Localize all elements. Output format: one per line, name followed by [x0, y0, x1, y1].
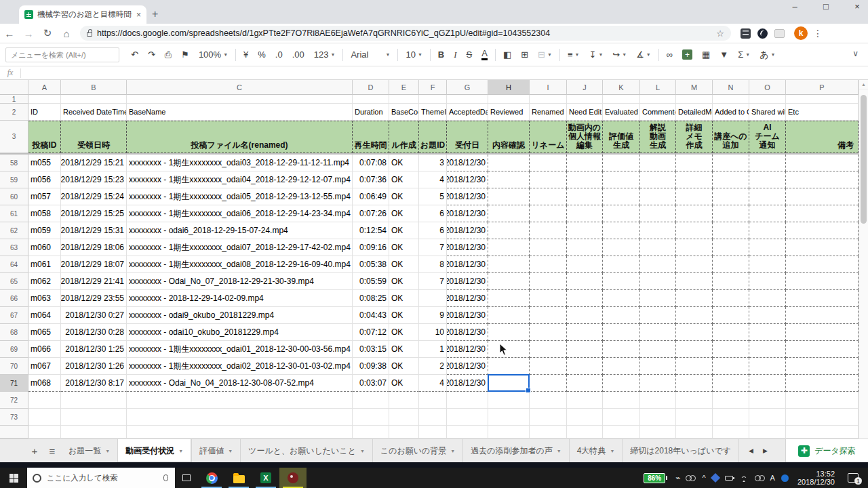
cell-B61[interactable]: 2018/12/29 15:25: [61, 205, 127, 222]
font-size-select[interactable]: 10▼: [401, 47, 427, 63]
cell-M62[interactable]: [676, 222, 713, 239]
cell-D1[interactable]: [353, 95, 389, 104]
row-header-70[interactable]: 70: [0, 358, 28, 375]
cell-O69[interactable]: [749, 341, 786, 358]
cell-G70[interactable]: 2018/12/30: [447, 358, 488, 375]
cell-P1[interactable]: [786, 95, 859, 104]
cell-O71[interactable]: [749, 375, 786, 392]
column-header-L[interactable]: L: [640, 80, 676, 95]
cell-I3[interactable]: リネーム: [530, 121, 567, 153]
column-header-F[interactable]: F: [419, 80, 447, 95]
cell-P61[interactable]: [786, 205, 859, 222]
tab-scroll-right-icon[interactable]: ▶: [763, 447, 768, 454]
cell-N67[interactable]: [713, 307, 749, 324]
cell-A69[interactable]: m066: [28, 341, 61, 358]
cell-E58[interactable]: OK: [389, 155, 419, 171]
row-header-60[interactable]: 60: [0, 188, 28, 205]
tray-app-icon[interactable]: [711, 473, 720, 483]
cell-H2[interactable]: Reviewed: [488, 104, 530, 121]
cell-D71[interactable]: 0:03:07: [353, 375, 389, 392]
cell-M59[interactable]: [676, 171, 713, 188]
people-hub-icon[interactable]: [755, 474, 764, 481]
cell-O1[interactable]: [749, 95, 786, 104]
cell-O63[interactable]: [749, 239, 786, 256]
cell-D2[interactable]: Duration: [353, 104, 389, 121]
cell-C58[interactable]: xxxxxxxx - 1期生xxxxxxxx_odai03_2018-12-29…: [127, 155, 353, 171]
cell-F[interactable]: [419, 426, 447, 439]
cell-E61[interactable]: OK: [389, 205, 419, 222]
cell-B64[interactable]: 2018/12/29 18:07: [61, 256, 127, 273]
cell-M68[interactable]: [676, 324, 713, 341]
cell-B1[interactable]: [61, 95, 127, 104]
cell-H62[interactable]: [488, 222, 530, 239]
cell-A66[interactable]: m063: [28, 290, 61, 307]
cell-I71[interactable]: [530, 375, 567, 392]
cell-G69[interactable]: 2018/12/30: [447, 341, 488, 358]
cell-N58[interactable]: [713, 155, 749, 171]
cell-A3[interactable]: 投稿ID: [28, 121, 61, 153]
cell-G1[interactable]: [447, 95, 488, 104]
cell-I59[interactable]: [530, 171, 567, 188]
cell-I63[interactable]: [530, 239, 567, 256]
cell-P70[interactable]: [786, 358, 859, 375]
cell-B68[interactable]: 2018/12/30 0:28: [61, 324, 127, 341]
cell-A71[interactable]: m068: [28, 375, 61, 392]
cell-N59[interactable]: [713, 171, 749, 188]
profile-avatar[interactable]: k: [794, 26, 808, 40]
select-all-corner[interactable]: [0, 80, 28, 95]
cell-B62[interactable]: 2018/12/29 15:31: [61, 222, 127, 239]
cell-F72[interactable]: [419, 392, 447, 409]
cell-P3[interactable]: 備考: [786, 121, 859, 153]
microphone-icon[interactable]: [163, 474, 168, 481]
cell-I62[interactable]: [530, 222, 567, 239]
cell-C1[interactable]: [127, 95, 353, 104]
cell-A60[interactable]: m057: [28, 188, 61, 205]
cell-B67[interactable]: 2018/12/30 0:27: [61, 307, 127, 324]
row-header-61[interactable]: 61: [0, 205, 28, 222]
cell-D73[interactable]: [353, 409, 389, 426]
cell-L64[interactable]: [640, 256, 676, 273]
cell-C69[interactable]: xxxxxxxx - 1期生xxxxxxxx_odai01_2018-12-30…: [127, 341, 353, 358]
cell-J59[interactable]: [567, 171, 603, 188]
cell-E67[interactable]: OK: [389, 307, 419, 324]
cell-H3[interactable]: 内容確認: [488, 121, 530, 153]
cell-H1[interactable]: [488, 95, 530, 104]
cell-A73[interactable]: [28, 409, 61, 426]
cell-D59[interactable]: 0:07:36: [353, 171, 389, 188]
cell-O65[interactable]: [749, 273, 786, 290]
row-header-64[interactable]: 64: [0, 256, 28, 273]
cell-F65[interactable]: 7: [419, 273, 447, 290]
task-view-button[interactable]: [175, 468, 198, 488]
cell-C73[interactable]: [127, 409, 353, 426]
cell-D64[interactable]: 0:05:38: [353, 256, 389, 273]
cell-M58[interactable]: [676, 155, 713, 171]
cell-P2[interactable]: Etc: [786, 104, 859, 121]
cell-K65[interactable]: [603, 273, 640, 290]
column-header-B[interactable]: B: [61, 80, 127, 95]
column-header-K[interactable]: K: [603, 80, 640, 95]
cell-O3[interactable]: AI チーム 通知: [749, 121, 786, 153]
cell-B2[interactable]: Received DateTime: [61, 104, 127, 121]
cell-F2[interactable]: ThemeID: [419, 104, 447, 121]
cell-K69[interactable]: [603, 341, 640, 358]
font-family-select[interactable]: Arial▼: [346, 47, 395, 63]
cell-F68[interactable]: 10: [419, 324, 447, 341]
cell-B73[interactable]: [61, 409, 127, 426]
cell-K62[interactable]: [603, 222, 640, 239]
cell-G67[interactable]: 2018/12/30: [447, 307, 488, 324]
taskbar-clock[interactable]: 13:52 2018/12/30: [797, 470, 835, 486]
insert-comment-icon[interactable]: +: [677, 47, 697, 63]
cell-N73[interactable]: [713, 409, 749, 426]
cell-N70[interactable]: [713, 358, 749, 375]
undo-icon[interactable]: ↶: [126, 47, 143, 63]
address-bar[interactable]: https://docs.google.com/spreadsheets/d/1…: [80, 26, 731, 41]
cell-I58[interactable]: [530, 155, 567, 171]
cell-B58[interactable]: 2018/12/29 15:21: [61, 155, 127, 171]
cell-H65[interactable]: [488, 273, 530, 290]
cell-K72[interactable]: [603, 392, 640, 409]
cell-C[interactable]: [127, 426, 353, 439]
cell-I67[interactable]: [530, 307, 567, 324]
add-sheet-button[interactable]: +: [26, 439, 43, 462]
cell-J62[interactable]: [567, 222, 603, 239]
column-header-D[interactable]: D: [353, 80, 389, 95]
